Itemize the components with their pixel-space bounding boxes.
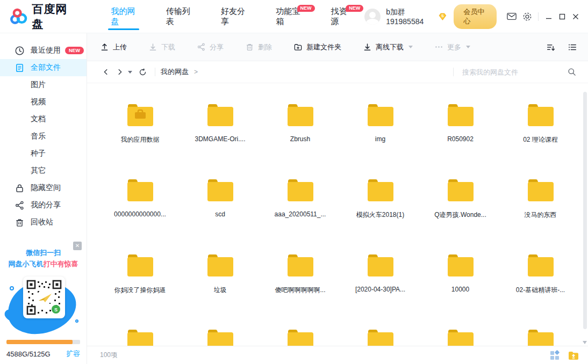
folder-name: 模拟火车2018(1) xyxy=(356,210,404,220)
folder-item[interactable]: 0000000000000... xyxy=(100,163,180,238)
username[interactable]: b加群191985584 xyxy=(386,8,434,26)
sidebar-item-torrents[interactable]: 种子 xyxy=(0,145,87,162)
svg-text:S: S xyxy=(54,307,58,312)
expand-storage-link[interactable]: 扩容 xyxy=(66,349,80,359)
folder-item[interactable]: 模拟火车2018(1) xyxy=(340,163,420,238)
folder-name: aaa_20200511_... xyxy=(275,210,326,218)
scrollbar-thumb[interactable] xyxy=(583,92,587,329)
folder-icon xyxy=(445,101,476,127)
folder-item[interactable]: 3DMGAME-Ori.... xyxy=(180,88,260,163)
settings-gear-icon[interactable] xyxy=(520,9,535,25)
vip-center-button[interactable]: 会员中心 xyxy=(454,4,497,29)
baidu-netdisk-window: 百度网盘 我的网盘 传输列表 好友分享 功能宝箱 NEW 找资源 NEW b加群… xyxy=(0,0,588,364)
search-icon[interactable] xyxy=(568,68,576,76)
sidebar-item-hidden-space[interactable]: 隐藏空间 xyxy=(0,179,87,196)
folder-item[interactable]: 10000 xyxy=(420,238,500,313)
storage-progress-bar xyxy=(6,340,80,344)
wechat-promo-panel: ✕ 微信扫一扫 网盘小飞机打中有惊喜 xyxy=(0,241,87,340)
folder-item[interactable]: Zbrush xyxy=(260,88,340,163)
divider xyxy=(538,12,539,21)
folder-icon xyxy=(365,327,396,346)
trash-icon xyxy=(245,42,254,52)
sidebar-item-my-shares[interactable]: 我的分享 xyxy=(0,196,87,214)
history-dropdown-icon[interactable] xyxy=(128,71,132,74)
folder-item[interactable]: R050902 xyxy=(420,88,500,163)
folder-item[interactable] xyxy=(340,313,420,346)
folder-name: 0000000000000... xyxy=(114,210,166,218)
download-button[interactable]: 下载 xyxy=(148,42,175,52)
folder-item[interactable]: 傻吧啊啊啊啊啊... xyxy=(260,238,340,313)
backup-folder-icon[interactable] xyxy=(568,350,579,361)
folder-item[interactable]: aaa_20200511_... xyxy=(260,163,340,238)
folder-name: img xyxy=(375,135,385,143)
refresh-icon[interactable] xyxy=(135,65,149,79)
folder-item[interactable]: img xyxy=(340,88,420,163)
folder-item[interactable] xyxy=(420,313,500,346)
folder-item[interactable]: 02 理论课程 xyxy=(500,88,580,163)
forward-button[interactable] xyxy=(113,65,127,79)
folder-icon xyxy=(525,177,556,202)
folder-item[interactable] xyxy=(100,313,180,346)
tab-my-drive[interactable]: 我的网盘 xyxy=(106,0,141,33)
tab-toolbox[interactable]: 功能宝箱 NEW xyxy=(270,0,306,33)
sidebar-item-pictures[interactable]: 图片 xyxy=(0,76,87,93)
folder-icon xyxy=(205,177,236,202)
close-button[interactable] xyxy=(569,9,583,25)
sidebar-item-documents[interactable]: 文档 xyxy=(0,111,87,128)
promo-line2: 网盘小飞机打中有惊喜 xyxy=(5,259,81,269)
folder-icon xyxy=(525,252,556,278)
folder-item[interactable]: [2020-04-30]PA... xyxy=(340,238,420,313)
chevron-down-icon[interactable] xyxy=(466,46,470,48)
folder-name: 你妈没了操你妈逼 xyxy=(114,286,166,295)
more-button[interactable]: 更多 xyxy=(434,42,470,52)
avatar[interactable] xyxy=(364,9,381,25)
scrollbar-down-arrow[interactable] xyxy=(583,341,587,344)
folder-item[interactable] xyxy=(500,313,580,346)
folder-icon xyxy=(525,327,556,346)
folder-item[interactable]: 你妈没了操你妈逼 xyxy=(100,238,180,313)
sidebar-item-recent[interactable]: 最近使用 NEW xyxy=(0,42,87,59)
sort-icon[interactable] xyxy=(546,42,556,52)
folder-item[interactable]: 02-基础精讲班-... xyxy=(500,238,580,313)
level-badge-icon[interactable]: S xyxy=(438,12,447,21)
folder-item[interactable]: 我的应用数据 xyxy=(100,88,180,163)
briefcase-glyph xyxy=(134,109,147,120)
new-folder-button[interactable]: 新建文件夹 xyxy=(293,42,341,52)
tab-transfer-list[interactable]: 传输列表 xyxy=(161,0,196,33)
maximize-button[interactable] xyxy=(555,9,569,25)
list-view-icon[interactable] xyxy=(568,42,577,52)
mail-icon[interactable] xyxy=(504,9,520,25)
minimize-button[interactable] xyxy=(542,9,555,25)
tab-find-resources[interactable]: 找资源 NEW xyxy=(326,0,355,33)
sidebar-item-music[interactable]: 音乐 xyxy=(0,128,87,145)
folder-item[interactable]: Q迹男孩.Wonde... xyxy=(420,163,500,238)
folder-item[interactable] xyxy=(180,313,260,346)
folder-name: [2020-04-30]PA... xyxy=(355,286,405,293)
back-button[interactable] xyxy=(99,65,113,79)
storage-usage-text: 4588G/5125G xyxy=(6,350,51,358)
delete-button[interactable]: 删除 xyxy=(245,42,272,52)
folder-item[interactable]: scd xyxy=(180,163,260,238)
sidebar-item-videos[interactable]: 视频 xyxy=(0,93,87,111)
folder-item[interactable]: 没马的东西 xyxy=(500,163,580,238)
promo-line1: 微信扫一扫 xyxy=(5,248,81,258)
folder-item[interactable] xyxy=(260,313,340,346)
tab-friend-share[interactable]: 好友分享 xyxy=(216,0,251,33)
chevron-down-icon[interactable] xyxy=(408,46,413,48)
offline-download-button[interactable]: 离线下载 xyxy=(363,42,413,52)
close-icon[interactable]: ✕ xyxy=(73,242,82,250)
sidebar-item-others[interactable]: 其它 xyxy=(0,162,87,179)
sidebar-item-recycle-bin[interactable]: 回收站 xyxy=(0,214,87,231)
share-button[interactable]: 分享 xyxy=(197,42,224,52)
sidebar-item-all-files[interactable]: 全部文件 xyxy=(0,59,87,76)
breadcrumb[interactable]: 我的网盘 xyxy=(161,67,189,77)
folder-item[interactable]: 垃圾 xyxy=(180,238,260,313)
folder-grid: 我的应用数据 3DMGAME-Ori.... Zbrush xyxy=(100,88,580,346)
new-badge: NEW xyxy=(346,5,363,12)
main-panel: 上传 下载 分享 删除 新建文件夹 xyxy=(87,33,588,364)
upload-button[interactable]: 上传 xyxy=(100,42,127,52)
header: 百度网盘 我的网盘 传输列表 好友分享 功能宝箱 NEW 找资源 NEW b加群… xyxy=(0,0,588,33)
offline-download-icon xyxy=(363,42,372,52)
search-input[interactable] xyxy=(462,68,554,76)
widget-grid-icon[interactable] xyxy=(549,350,560,361)
